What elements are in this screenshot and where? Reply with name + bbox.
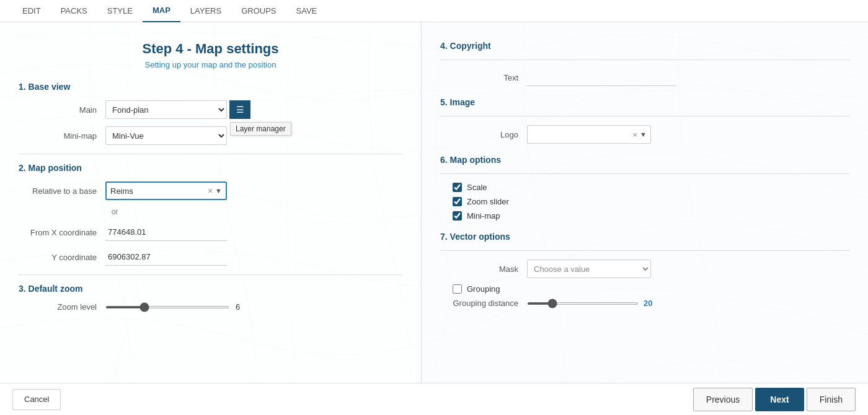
zoom-row: Zoom level 6	[19, 302, 402, 312]
section-map-options: 6. Map options Scale Zoom slider Mini-ma…	[440, 155, 849, 221]
image-title: 5. Image	[440, 97, 849, 107]
mask-label: Mask	[440, 264, 527, 274]
x-coord-row: From X coordinate	[19, 224, 402, 241]
nav-save[interactable]: SAVE	[286, 0, 327, 22]
top-nav: EDIT PACKS STYLE MAP LAYERS GROUPS SAVE	[0, 0, 868, 22]
relative-label: Relative to a base	[19, 186, 105, 196]
logo-label: Logo	[440, 130, 527, 139]
page-title: Step 4 - Map settings	[19, 41, 402, 57]
zoom-label: Zoom level	[19, 302, 105, 312]
mask-select[interactable]: Choose a value	[527, 260, 651, 278]
section-base-view: 1. Base view	[19, 82, 402, 92]
grouping-distance-value: 20	[644, 299, 652, 308]
divider-vector-options	[440, 250, 849, 251]
left-panel: Step 4 - Map settings Setting up your ma…	[0, 22, 422, 383]
page-title-area: Step 4 - Map settings Setting up your ma…	[19, 35, 402, 69]
layer-manager-button[interactable]: ☰ Layer manager	[229, 100, 250, 119]
grouping-checkbox[interactable]	[453, 284, 462, 294]
minimap-option-label[interactable]: Mini-map	[467, 211, 500, 221]
y-coord-row: Y coordinate	[19, 248, 402, 266]
vector-options-title: 7. Vector options	[440, 232, 849, 242]
y-coord-label: Y coordinate	[19, 253, 105, 262]
scale-checkbox-row: Scale	[440, 183, 849, 192]
relative-arrow-icon: ▼	[215, 187, 222, 194]
x-coord-label: From X coordinate	[19, 228, 105, 237]
divider-copyright	[440, 59, 849, 60]
bottom-right: Previous Next Finish	[693, 388, 856, 411]
zoom-slider-checkbox-row: Zoom slider	[440, 197, 849, 206]
divider-2	[19, 274, 402, 275]
or-row: or	[19, 208, 402, 216]
minimap-label: Mini-map	[19, 131, 105, 141]
bottom-left: Cancel	[12, 389, 61, 410]
main-row: Main Fond-plan ☰ Layer manager	[19, 100, 402, 119]
logo-row: Logo × ▼	[440, 125, 849, 144]
scale-label[interactable]: Scale	[467, 183, 487, 192]
cancel-button[interactable]: Cancel	[12, 389, 61, 410]
main-select[interactable]: Fond-plan	[105, 100, 227, 119]
nav-style[interactable]: STYLE	[97, 0, 143, 22]
nav-map[interactable]: MAP	[143, 0, 180, 22]
section-map-position: 2. Map position	[19, 163, 402, 173]
zoom-slider-wrap: 6	[105, 302, 248, 312]
right-panel: 4. Copyright Text 5. Image Logo × ▼ 6. M	[422, 22, 868, 383]
finish-button[interactable]: Finish	[807, 388, 856, 411]
main-content: Step 4 - Map settings Setting up your ma…	[0, 22, 868, 383]
zoom-value: 6	[236, 302, 248, 312]
bottom-bar: Cancel Previous Next Finish	[0, 383, 868, 415]
nav-edit[interactable]: EDIT	[12, 0, 51, 22]
x-coord-input[interactable]	[105, 224, 227, 241]
relative-select[interactable]: Reims × ▼	[105, 181, 227, 200]
relative-row: Relative to a base Reims × ▼	[19, 181, 402, 200]
copyright-text-label: Text	[440, 73, 527, 82]
divider-image	[440, 116, 849, 116]
previous-button[interactable]: Previous	[693, 388, 753, 411]
mask-row: Mask Choose a value	[440, 260, 849, 278]
divider-map-options	[440, 173, 849, 174]
zoom-slider-checkbox[interactable]	[453, 197, 462, 206]
page-subtitle: Setting up your map and the position	[19, 60, 402, 69]
grouping-distance-slider[interactable]	[527, 302, 639, 305]
copyright-text-row: Text	[440, 69, 849, 86]
relative-value: Reims	[110, 186, 208, 196]
layers-icon: ☰	[236, 105, 244, 115]
copyright-text-input[interactable]	[527, 69, 676, 86]
main-label: Main	[19, 105, 105, 115]
grouping-checkbox-row: Grouping	[440, 284, 849, 294]
grouping-distance-label: Grouping distance	[440, 299, 527, 308]
divider-1	[19, 154, 402, 154]
layer-manager-tooltip: Layer manager	[230, 122, 291, 136]
next-button[interactable]: Next	[755, 388, 804, 411]
nav-layers[interactable]: LAYERS	[180, 0, 231, 22]
map-options-title: 6. Map options	[440, 155, 849, 165]
zoom-slider[interactable]	[105, 306, 229, 308]
minimap-row: Mini-map Mini-Vue	[19, 126, 402, 145]
zoom-slider-label[interactable]: Zoom slider	[467, 197, 509, 206]
section-default-zoom: 3. Default zoom	[19, 284, 402, 294]
logo-arrow-icon[interactable]: ▼	[640, 131, 647, 138]
section-vector-options: 7. Vector options Mask Choose a value Gr…	[440, 232, 849, 308]
section-copyright: 4. Copyright Text	[440, 41, 849, 86]
scale-checkbox[interactable]	[453, 183, 462, 192]
minimap-select[interactable]: Mini-Vue	[105, 126, 227, 145]
copyright-title: 4. Copyright	[440, 41, 849, 51]
nav-packs[interactable]: PACKS	[51, 0, 97, 22]
logo-clear-icon[interactable]: ×	[633, 130, 638, 139]
relative-clear-button[interactable]: ×	[208, 186, 213, 196]
or-label: or	[105, 208, 124, 216]
logo-select[interactable]: × ▼	[527, 125, 651, 144]
minimap-checkbox-row: Mini-map	[440, 211, 849, 221]
grouping-label[interactable]: Grouping	[467, 284, 500, 294]
section-image: 5. Image Logo × ▼	[440, 97, 849, 144]
nav-groups[interactable]: GROUPS	[231, 0, 286, 22]
grouping-distance-row: Grouping distance 20	[440, 299, 849, 308]
y-coord-input[interactable]	[105, 248, 227, 266]
minimap-checkbox[interactable]	[453, 211, 462, 221]
